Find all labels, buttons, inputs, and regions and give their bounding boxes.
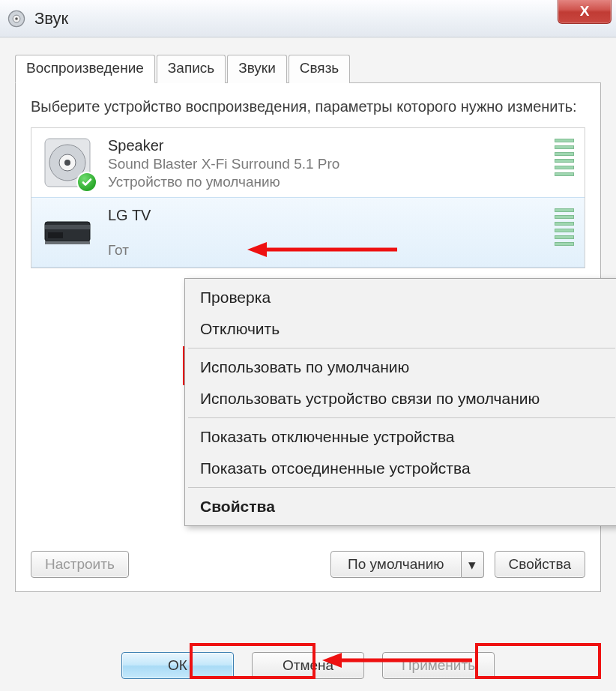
- hdmi-device-icon: [39, 204, 96, 261]
- apply-button[interactable]: Применить: [382, 652, 495, 679]
- instruction-text: Выберите устройство воспроизведения, пар…: [31, 97, 585, 117]
- menu-item-show-disabled[interactable]: Показать отключенные устройства: [187, 421, 616, 453]
- menu-item-set-default[interactable]: Использовать по умолчанию: [187, 351, 616, 383]
- menu-item-show-disconnected[interactable]: Показать отсоединенные устройства: [187, 453, 616, 484]
- menu-separator: [188, 487, 615, 488]
- menu-item-set-default-comm[interactable]: Использовать устройство связи по умолчан…: [187, 383, 616, 414]
- menu-item-properties[interactable]: Свойства: [187, 491, 616, 522]
- menu-separator: [188, 417, 615, 418]
- speaker-device-icon: [39, 134, 96, 191]
- tab-sounds[interactable]: Звуки: [227, 55, 287, 83]
- svg-rect-10: [45, 241, 90, 244]
- properties-button[interactable]: Свойства: [495, 551, 585, 578]
- window-title: Звук: [34, 9, 68, 28]
- set-default-split-button[interactable]: По умолчанию ▾: [330, 551, 484, 578]
- set-default-button[interactable]: По умолчанию: [330, 551, 462, 578]
- svg-point-2: [15, 17, 18, 20]
- level-meter: [555, 204, 577, 246]
- set-default-dropdown[interactable]: ▾: [462, 551, 484, 578]
- level-meter: [555, 134, 577, 176]
- ok-button[interactable]: ОК: [121, 652, 234, 679]
- close-button[interactable]: X: [558, 0, 612, 24]
- close-icon: X: [580, 3, 590, 19]
- device-list[interactable]: Speaker Sound Blaster X-Fi Surround 5.1 …: [31, 127, 585, 268]
- titlebar: Звук X: [0, 0, 616, 37]
- tab-strip: Воспроизведение Запись Звуки Связь: [15, 54, 601, 82]
- chevron-down-icon: ▾: [468, 556, 476, 573]
- menu-separator: [188, 348, 615, 348]
- device-name: Speaker: [108, 137, 543, 154]
- dialog-button-row: ОК Отмена Применить: [0, 652, 616, 679]
- configure-button[interactable]: Настроить: [31, 551, 129, 578]
- device-status: Гот: [108, 242, 543, 259]
- tab-communications[interactable]: Связь: [289, 55, 351, 83]
- device-item-speaker[interactable]: Speaker Sound Blaster X-Fi Surround 5.1 …: [31, 128, 585, 197]
- tab-recording[interactable]: Запись: [157, 55, 226, 83]
- device-status: Устройство по умолчанию: [108, 174, 543, 190]
- svg-rect-7: [45, 222, 90, 241]
- context-menu: Проверка Отключить Использовать по умолч…: [184, 278, 616, 526]
- device-subtitle: Sound Blaster X-Fi Surround 5.1 Pro: [108, 156, 543, 172]
- svg-rect-9: [48, 232, 63, 238]
- panel-button-row: Настроить По умолчанию ▾ Свойства: [31, 551, 585, 578]
- sound-icon: [6, 8, 27, 29]
- menu-item-test[interactable]: Проверка: [187, 282, 616, 313]
- svg-point-6: [64, 160, 70, 166]
- device-name: LG TV: [108, 207, 543, 224]
- cancel-button[interactable]: Отмена: [252, 652, 364, 679]
- device-subtitle: [108, 226, 543, 241]
- device-item-lg-tv[interactable]: LG TV Гот: [31, 197, 585, 268]
- tab-playback[interactable]: Воспроизведение: [15, 55, 155, 83]
- default-check-icon: [76, 172, 97, 193]
- menu-item-disable[interactable]: Отключить: [187, 313, 616, 345]
- svg-rect-8: [45, 225, 90, 229]
